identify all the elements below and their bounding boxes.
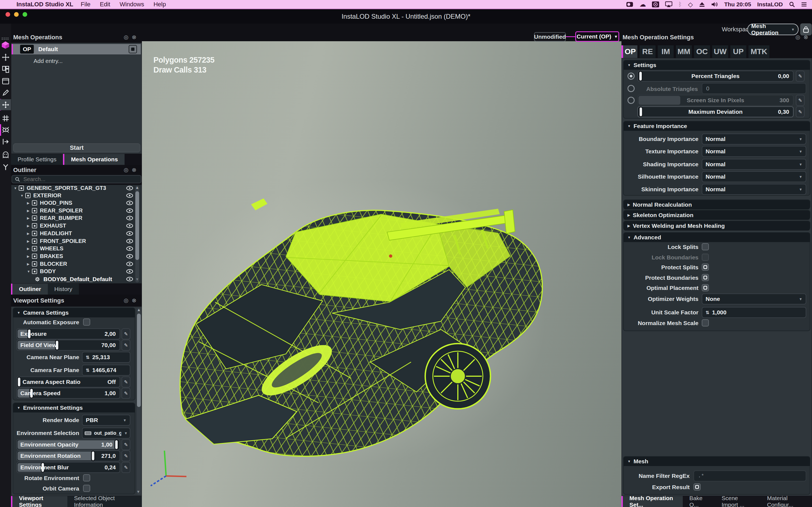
scroll-down-icon[interactable]: ▼	[136, 490, 140, 494]
stepper-icon[interactable]: ⇅	[706, 310, 709, 315]
feature-importance-header[interactable]: ▼Feature Importance	[624, 121, 810, 131]
dock-target-icon[interactable]: ◎	[124, 167, 129, 173]
vertex-welding-header[interactable]: ▶Vertex Welding and Mesh Healing	[624, 221, 810, 231]
visibility-eye-icon[interactable]	[126, 231, 133, 236]
wifi-icon[interactable]: ◇	[688, 1, 693, 8]
node-box-icon[interactable]	[32, 246, 37, 251]
tab-up[interactable]: UP	[730, 45, 746, 58]
skinning-importance-select[interactable]: Normal▼	[702, 184, 806, 195]
normal-recalculation-header[interactable]: ▶Normal Recalculation	[624, 200, 810, 209]
protect-splits-checkbox[interactable]	[702, 264, 709, 271]
edit-value-button[interactable]: ✎	[121, 388, 130, 399]
tab-material-configuration[interactable]: Material Configur...	[761, 496, 812, 507]
visibility-eye-icon[interactable]	[126, 208, 133, 213]
absolute-triangles-input[interactable]: 0	[702, 83, 806, 94]
percent-triangles-radio[interactable]	[627, 72, 635, 80]
bluetooth-icon[interactable]: ᛒ	[678, 1, 682, 8]
render-mode-select[interactable]: PBR ▼	[82, 415, 130, 426]
node-box-icon[interactable]	[32, 238, 37, 244]
tree-row[interactable]: ▶WHEELS	[27, 245, 134, 252]
menu-item-file[interactable]: File	[81, 1, 91, 8]
skeleton-optimization-header[interactable]: ▶Skeleton Optimization	[624, 211, 810, 220]
start-button[interactable]: Start	[13, 144, 140, 152]
operation-stop-icon[interactable]	[129, 45, 137, 53]
edit-value-button[interactable]: ✎	[121, 439, 130, 450]
tab-oc[interactable]: OC	[694, 45, 710, 58]
tree-row[interactable]: ▶FRONT_SPOILER	[27, 237, 134, 245]
add-entry-button[interactable]: Add entry...	[34, 58, 63, 64]
pencil-icon[interactable]	[0, 87, 11, 98]
close-panel-icon[interactable]: ⊗	[132, 167, 136, 173]
expand-closed-icon[interactable]: ▶	[27, 209, 32, 213]
edit-value-button[interactable]: ✎	[796, 106, 805, 117]
scroll-up-icon[interactable]: ▲	[135, 185, 139, 189]
tab-uw[interactable]: UW	[712, 45, 728, 58]
node-box-icon[interactable]	[32, 223, 37, 228]
video-icon[interactable]	[626, 1, 633, 7]
percent-triangles-slider[interactable]: Percent Triangles 0,00	[638, 71, 794, 81]
expand-closed-icon[interactable]: ▶	[27, 232, 32, 235]
tab-mesh-operation-settings[interactable]: Mesh Operation Set...	[621, 496, 683, 507]
menu-app-name[interactable]: InstaLOD Studio XL	[16, 1, 73, 8]
node-box-icon[interactable]	[32, 215, 37, 221]
maximum-deviation-slider[interactable]: Maximum Deviation 0,30	[638, 106, 794, 117]
tab-history[interactable]: History	[48, 284, 79, 295]
state-unmodified-button[interactable]: Unmodified	[534, 32, 566, 42]
tab-scene-import[interactable]: Scene Import ...	[715, 496, 760, 507]
scroll-down-icon[interactable]: ▼	[135, 277, 139, 281]
visibility-eye-icon[interactable]	[126, 239, 133, 243]
expand-closed-icon[interactable]: ▶	[27, 216, 32, 220]
node-box-icon[interactable]	[25, 193, 31, 198]
tab-op[interactable]: OP	[621, 45, 638, 58]
expand-closed-icon[interactable]: ▶	[27, 201, 32, 205]
expand-closed-icon[interactable]: ▶	[27, 247, 32, 250]
unit-scale-factor-input[interactable]: ⇅ 1,000	[702, 307, 806, 318]
exposure-slider[interactable]: Exposure 2,00	[16, 328, 120, 339]
tree-row[interactable]: ▼GENERIC_SPORTS_CAR_GT3	[14, 184, 134, 192]
airplay-icon[interactable]	[665, 1, 672, 7]
tree-row[interactable]: ▼BODY	[27, 268, 134, 275]
tab-viewport-settings[interactable]: Viewport Settings	[11, 496, 67, 507]
tab-re[interactable]: RE	[640, 45, 656, 58]
edit-value-button[interactable]: ✎	[121, 462, 130, 473]
node-box-icon[interactable]	[32, 200, 37, 206]
tree-row[interactable]: ▶HOOD_PINS	[27, 199, 134, 207]
environment-blur-slider[interactable]: Environment Blur 0,24	[16, 462, 120, 473]
outliner-search[interactable]	[11, 175, 141, 183]
filter-icon[interactable]	[0, 162, 11, 173]
volume-icon[interactable]	[711, 1, 718, 7]
nvidia-icon[interactable]	[652, 1, 659, 7]
mesh-header[interactable]: ▼Mesh	[624, 457, 810, 466]
screen-size-slider[interactable]: Screen Size In Pixels 300	[638, 95, 794, 106]
dock-target-icon[interactable]: ◎	[124, 34, 129, 40]
menu-item-edit[interactable]: Edit	[100, 1, 110, 8]
ghost-icon[interactable]	[0, 149, 11, 160]
window-icon[interactable]	[0, 75, 11, 87]
shading-importance-select[interactable]: Normal▼	[702, 159, 806, 170]
cloud-icon[interactable]: ☁	[639, 1, 646, 8]
camera-near-plane-input[interactable]: ⇅ 25,313	[82, 352, 130, 363]
menu-clock[interactable]: Thu 20:05	[724, 1, 751, 8]
tree-row[interactable]: ▶BLOCKER	[27, 260, 134, 268]
visibility-eye-icon[interactable]	[126, 277, 133, 281]
tree-row[interactable]: ▼EXTERIOR	[20, 192, 134, 199]
orbit-camera-checkbox[interactable]	[83, 485, 90, 492]
environment-selection-select[interactable]: out_patio_grey ▼	[82, 428, 130, 439]
exit-icon[interactable]	[0, 136, 11, 147]
camera-speed-slider[interactable]: Camera Speed 1,00	[16, 388, 120, 399]
tab-im[interactable]: IM	[658, 45, 674, 58]
close-panel-icon[interactable]: ⊗	[804, 34, 808, 40]
export-result-checkbox[interactable]	[694, 484, 701, 491]
visibility-eye-icon[interactable]	[126, 201, 133, 205]
tree-row[interactable]: ▶EXHAUST	[27, 222, 134, 229]
node-graph-icon[interactable]	[0, 99, 11, 110]
lock-boundaries-checkbox[interactable]	[702, 253, 709, 261]
menu-item-help[interactable]: Help	[153, 1, 166, 8]
outliner-scrollbar-thumb[interactable]	[135, 191, 139, 260]
visibility-eye-icon[interactable]	[126, 223, 133, 228]
visibility-eye-icon[interactable]	[126, 186, 133, 190]
instalod-logo-icon[interactable]	[0, 40, 11, 51]
advanced-header[interactable]: ▼Advanced	[624, 233, 810, 242]
tree-row[interactable]: ▶REAR_SPOILER	[27, 207, 134, 214]
camera-aspect-ratio-slider[interactable]: Camera Aspect Ratio Off	[16, 377, 120, 388]
